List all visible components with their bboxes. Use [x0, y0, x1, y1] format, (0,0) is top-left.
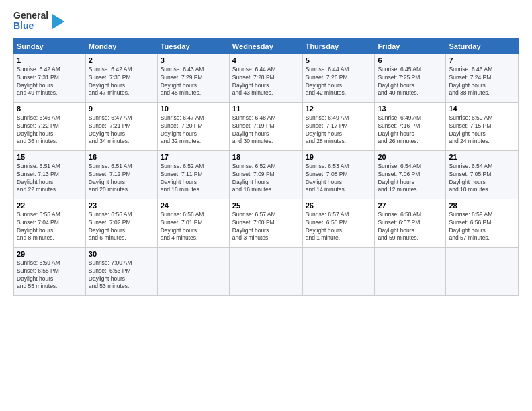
day-info: Sunrise: 6:43 AMSunset: 7:29 PMDaylight … — [161, 66, 226, 98]
svg-marker-0 — [52, 14, 64, 29]
day-number: 19 — [306, 153, 372, 161]
day-info: Sunrise: 6:59 AMSunset: 6:56 PMDaylight … — [449, 211, 515, 243]
calendar-cell: 30Sunrise: 7:00 AMSunset: 6:53 PMDayligh… — [85, 247, 157, 295]
day-info: Sunrise: 6:56 AMSunset: 7:02 PMDaylight … — [89, 211, 154, 243]
day-number: 7 — [449, 56, 515, 64]
calendar-table: Sunday Monday Tuesday Wednesday Thursday… — [13, 38, 519, 296]
col-tuesday: Tuesday — [157, 38, 229, 54]
calendar-cell: 8Sunrise: 6:46 AMSunset: 7:22 PMDaylight… — [14, 102, 86, 150]
day-info: Sunrise: 6:51 AMSunset: 7:13 PMDaylight … — [17, 163, 83, 195]
day-number: 15 — [17, 153, 83, 161]
day-info: Sunrise: 6:51 AMSunset: 7:12 PMDaylight … — [89, 163, 154, 195]
day-number: 12 — [306, 105, 372, 113]
day-info: Sunrise: 6:56 AMSunset: 7:01 PMDaylight … — [161, 211, 226, 243]
day-number: 23 — [89, 201, 154, 210]
day-info: Sunrise: 6:44 AMSunset: 7:26 PMDaylight … — [306, 66, 372, 98]
day-number: 30 — [89, 250, 154, 258]
logo: General Blue — [13, 11, 64, 32]
day-number: 6 — [378, 56, 443, 64]
calendar-cell — [446, 247, 519, 295]
calendar-cell: 21Sunrise: 6:54 AMSunset: 7:05 PMDayligh… — [446, 150, 519, 199]
day-info: Sunrise: 6:58 AMSunset: 6:57 PMDaylight … — [378, 211, 443, 243]
col-saturday: Saturday — [446, 38, 519, 54]
day-info: Sunrise: 6:45 AMSunset: 7:25 PMDaylight … — [378, 66, 443, 98]
calendar-cell: 13Sunrise: 6:49 AMSunset: 7:16 PMDayligh… — [375, 102, 446, 150]
page-container: General Blue Sunday Monday Tuesday Wedne… — [0, 0, 532, 303]
col-sunday: Sunday — [14, 38, 86, 54]
calendar-cell — [157, 247, 229, 295]
col-wednesday: Wednesday — [229, 38, 302, 54]
calendar-cell: 12Sunrise: 6:49 AMSunset: 7:17 PMDayligh… — [302, 102, 375, 150]
day-number: 25 — [232, 201, 300, 210]
day-number: 27 — [378, 201, 443, 210]
day-number: 18 — [232, 153, 300, 161]
day-info: Sunrise: 6:42 AMSunset: 7:30 PMDaylight … — [89, 66, 154, 98]
day-number: 10 — [161, 105, 226, 113]
day-number: 3 — [161, 56, 226, 64]
calendar-body: 1Sunrise: 6:42 AMSunset: 7:31 PMDaylight… — [14, 54, 519, 295]
day-number: 29 — [17, 250, 83, 258]
day-number: 13 — [378, 105, 443, 113]
day-info: Sunrise: 7:00 AMSunset: 6:53 PMDaylight … — [89, 259, 154, 291]
calendar-cell: 7Sunrise: 6:46 AMSunset: 7:24 PMDaylight… — [446, 54, 519, 102]
day-number: 9 — [89, 105, 154, 113]
day-number: 24 — [161, 201, 226, 210]
day-info: Sunrise: 6:53 AMSunset: 7:08 PMDaylight … — [306, 163, 372, 195]
calendar-cell: 26Sunrise: 6:57 AMSunset: 6:58 PMDayligh… — [302, 199, 375, 247]
day-info: Sunrise: 6:49 AMSunset: 7:16 PMDaylight … — [378, 114, 443, 146]
day-info: Sunrise: 6:46 AMSunset: 7:24 PMDaylight … — [449, 66, 515, 98]
logo-general: General — [13, 11, 48, 21]
calendar-cell: 18Sunrise: 6:52 AMSunset: 7:09 PMDayligh… — [229, 150, 302, 199]
calendar-cell — [229, 247, 302, 295]
day-info: Sunrise: 6:54 AMSunset: 7:06 PMDaylight … — [378, 163, 443, 195]
calendar-cell: 22Sunrise: 6:55 AMSunset: 7:04 PMDayligh… — [14, 199, 86, 247]
day-number: 11 — [232, 105, 300, 113]
calendar-cell: 9Sunrise: 6:47 AMSunset: 7:21 PMDaylight… — [85, 102, 157, 150]
day-number: 17 — [161, 153, 226, 161]
calendar-cell: 5Sunrise: 6:44 AMSunset: 7:26 PMDaylight… — [302, 54, 375, 102]
day-info: Sunrise: 6:57 AMSunset: 6:58 PMDaylight … — [306, 211, 372, 243]
day-number: 4 — [232, 56, 300, 64]
col-monday: Monday — [85, 38, 157, 54]
logo-arrow-icon — [52, 14, 64, 29]
day-number: 5 — [306, 56, 372, 64]
calendar-cell: 4Sunrise: 6:44 AMSunset: 7:28 PMDaylight… — [229, 54, 302, 102]
day-number: 28 — [449, 201, 515, 210]
day-info: Sunrise: 6:54 AMSunset: 7:05 PMDaylight … — [449, 163, 515, 195]
day-number: 2 — [89, 56, 154, 64]
calendar-cell — [302, 247, 375, 295]
day-number: 22 — [17, 201, 83, 210]
day-info: Sunrise: 6:52 AMSunset: 7:09 PMDaylight … — [232, 163, 300, 195]
day-info: Sunrise: 6:47 AMSunset: 7:21 PMDaylight … — [89, 114, 154, 146]
day-info: Sunrise: 6:50 AMSunset: 7:15 PMDaylight … — [449, 114, 515, 146]
calendar-cell: 28Sunrise: 6:59 AMSunset: 6:56 PMDayligh… — [446, 199, 519, 247]
calendar-cell: 6Sunrise: 6:45 AMSunset: 7:25 PMDaylight… — [375, 54, 446, 102]
day-info: Sunrise: 6:48 AMSunset: 7:19 PMDaylight … — [232, 114, 300, 146]
day-info: Sunrise: 6:59 AMSunset: 6:55 PMDaylight … — [17, 259, 83, 291]
logo-blue: Blue — [13, 21, 48, 31]
day-info: Sunrise: 6:44 AMSunset: 7:28 PMDaylight … — [232, 66, 300, 98]
day-number: 26 — [306, 201, 372, 210]
calendar-cell: 2Sunrise: 6:42 AMSunset: 7:30 PMDaylight… — [85, 54, 157, 102]
calendar-cell: 19Sunrise: 6:53 AMSunset: 7:08 PMDayligh… — [302, 150, 375, 199]
day-number: 20 — [378, 153, 443, 161]
calendar-cell: 1Sunrise: 6:42 AMSunset: 7:31 PMDaylight… — [14, 54, 86, 102]
calendar-cell: 29Sunrise: 6:59 AMSunset: 6:55 PMDayligh… — [14, 247, 86, 295]
calendar-cell: 3Sunrise: 6:43 AMSunset: 7:29 PMDaylight… — [157, 54, 229, 102]
day-info: Sunrise: 6:47 AMSunset: 7:20 PMDaylight … — [161, 114, 226, 146]
page-header: General Blue — [13, 11, 519, 32]
calendar-cell: 20Sunrise: 6:54 AMSunset: 7:06 PMDayligh… — [375, 150, 446, 199]
col-friday: Friday — [375, 38, 446, 54]
col-thursday: Thursday — [302, 38, 375, 54]
day-number: 14 — [449, 105, 515, 113]
day-number: 8 — [17, 105, 83, 113]
calendar-cell: 10Sunrise: 6:47 AMSunset: 7:20 PMDayligh… — [157, 102, 229, 150]
calendar-cell: 17Sunrise: 6:52 AMSunset: 7:11 PMDayligh… — [157, 150, 229, 199]
day-number: 1 — [17, 56, 83, 64]
day-info: Sunrise: 6:42 AMSunset: 7:31 PMDaylight … — [17, 66, 83, 98]
calendar-cell: 14Sunrise: 6:50 AMSunset: 7:15 PMDayligh… — [446, 102, 519, 150]
day-info: Sunrise: 6:57 AMSunset: 7:00 PMDaylight … — [232, 211, 300, 243]
calendar-cell: 16Sunrise: 6:51 AMSunset: 7:12 PMDayligh… — [85, 150, 157, 199]
calendar-cell: 24Sunrise: 6:56 AMSunset: 7:01 PMDayligh… — [157, 199, 229, 247]
calendar-cell: 27Sunrise: 6:58 AMSunset: 6:57 PMDayligh… — [375, 199, 446, 247]
